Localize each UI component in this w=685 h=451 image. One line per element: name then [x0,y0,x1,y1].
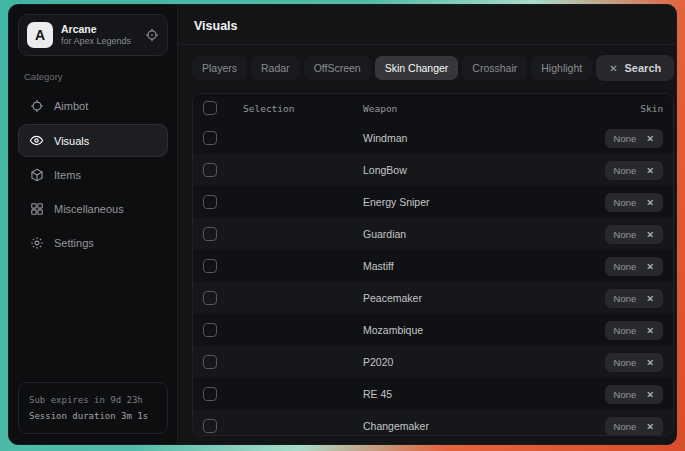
skin-value: None [614,357,637,368]
skin-value: None [614,229,637,240]
skin-value: None [614,421,637,432]
search-icon: ✕ [609,63,617,74]
select-all-checkbox[interactable] [203,101,217,115]
sidebar-item-label: Settings [54,237,94,249]
skin-value: None [614,389,637,400]
row-checkbox[interactable] [203,323,217,337]
skin-cell: None✕ [605,320,664,340]
weapon-name: Windman [363,132,535,144]
weapon-name: Peacemaker [363,292,535,304]
sidebar-item-label: Aimbot [54,100,88,112]
skin-cell: None✕ [605,256,664,276]
sidebar-nav: AimbotVisualsItemsMiscellaneousSettings [18,90,168,259]
column-header-weapon: Weapon [363,103,535,114]
tab-crosshair[interactable]: Crosshair [462,56,527,80]
sub-expiry-text: Sub expires in 9d 23h [29,392,157,408]
row-checkbox[interactable] [203,227,217,241]
skin-selector-chip[interactable]: None✕ [605,257,664,276]
clear-skin-icon[interactable]: ✕ [646,165,654,176]
sidebar: A Arcane for Apex Legends Category Aimbo… [9,5,177,444]
tab-radar[interactable]: Radar [251,56,300,80]
skin-selector-chip[interactable]: None✕ [605,417,664,436]
target-icon[interactable] [145,28,159,42]
skin-value: None [614,261,637,272]
table-body: WindmanNone✕LongBowNone✕Energy SniperNon… [193,122,673,436]
sidebar-item-settings[interactable]: Settings [18,227,168,259]
app-window: A Arcane for Apex Legends Category Aimbo… [8,4,677,445]
table-row: Energy SniperNone✕ [193,186,673,218]
row-checkbox[interactable] [203,419,217,433]
skin-cell: None✕ [605,384,664,404]
clear-skin-icon[interactable]: ✕ [646,261,654,272]
clear-skin-icon[interactable]: ✕ [646,229,654,240]
table-row: GuardianNone✕ [193,218,673,250]
weapon-name: Mastiff [363,260,535,272]
table-row: LongBowNone✕ [193,154,673,186]
skin-selector-chip[interactable]: None✕ [605,289,664,308]
sidebar-item-miscellaneous[interactable]: Miscellaneous [18,193,168,225]
clear-skin-icon[interactable]: ✕ [646,325,654,336]
weapon-name: P2020 [363,356,535,368]
category-label: Category [24,71,162,82]
table-row: MozambiqueNone✕ [193,314,673,346]
row-checkbox[interactable] [203,195,217,209]
skin-value: None [614,293,637,304]
tab-highlight[interactable]: Highlight [531,56,592,80]
brand-title: Arcane [61,23,137,36]
sidebar-item-visuals[interactable]: Visuals [18,124,168,157]
skin-selector-chip[interactable]: None✕ [605,385,664,404]
brand-card: A Arcane for Apex Legends [18,14,168,56]
row-checkbox[interactable] [203,355,217,369]
skin-cell: None✕ [605,288,664,308]
crosshair-icon [29,99,44,113]
brand-subtitle: for Apex Legends [61,36,137,47]
sidebar-item-aimbot[interactable]: Aimbot [18,90,168,122]
session-duration-text: Session duration 3m 1s [29,408,157,424]
table-row: ChangemakerNone✕ [193,410,673,436]
skin-cell: None✕ [605,128,664,148]
column-header-selection: Selection [243,103,363,114]
sidebar-item-items[interactable]: Items [18,159,168,191]
skin-value: None [614,133,637,144]
weapon-name: LongBow [363,164,535,176]
main-panel: Visuals PlayersRadarOffScreenSkin Change… [177,5,677,444]
skin-cell: None✕ [605,224,664,244]
search-button[interactable]: ✕ Search [596,55,674,81]
skin-selector-chip[interactable]: None✕ [605,225,664,244]
grid-icon [29,202,44,216]
row-checkbox[interactable] [203,387,217,401]
clear-skin-icon[interactable]: ✕ [646,421,654,432]
skin-selector-chip[interactable]: None✕ [605,353,664,372]
tab-skin-changer[interactable]: Skin Changer [375,56,459,80]
skin-selector-chip[interactable]: None✕ [605,129,664,148]
row-checkbox[interactable] [203,131,217,145]
brand-logo: A [27,22,53,48]
weapon-name: Guardian [363,228,535,240]
weapon-name: RE 45 [363,388,535,400]
gear-icon [29,236,44,250]
clear-skin-icon[interactable]: ✕ [646,357,654,368]
clear-skin-icon[interactable]: ✕ [646,293,654,304]
column-header-skin: Skin [640,103,663,114]
skin-selector-chip[interactable]: None✕ [605,321,664,340]
weapon-name: Mozambique [363,324,535,336]
table-row: RE 45None✕ [193,378,673,410]
row-checkbox[interactable] [203,259,217,273]
skin-selector-chip[interactable]: None✕ [605,161,664,180]
row-checkbox[interactable] [203,163,217,177]
desktop-background: { "colors": { "accent_teal": "#41b6a2", … [0,0,685,451]
clear-skin-icon[interactable]: ✕ [646,197,654,208]
search-button-label: Search [625,62,662,74]
table-row: MastiffNone✕ [193,250,673,282]
skin-value: None [614,197,637,208]
clear-skin-icon[interactable]: ✕ [646,389,654,400]
clear-skin-icon[interactable]: ✕ [646,133,654,144]
tab-offscreen[interactable]: OffScreen [304,56,371,80]
row-checkbox[interactable] [203,291,217,305]
eye-icon [29,133,44,148]
skin-selector-chip[interactable]: None✕ [605,193,664,212]
cube-icon [29,168,44,182]
skin-value: None [614,165,637,176]
tab-players[interactable]: Players [192,56,247,80]
skin-cell: None✕ [605,160,664,180]
